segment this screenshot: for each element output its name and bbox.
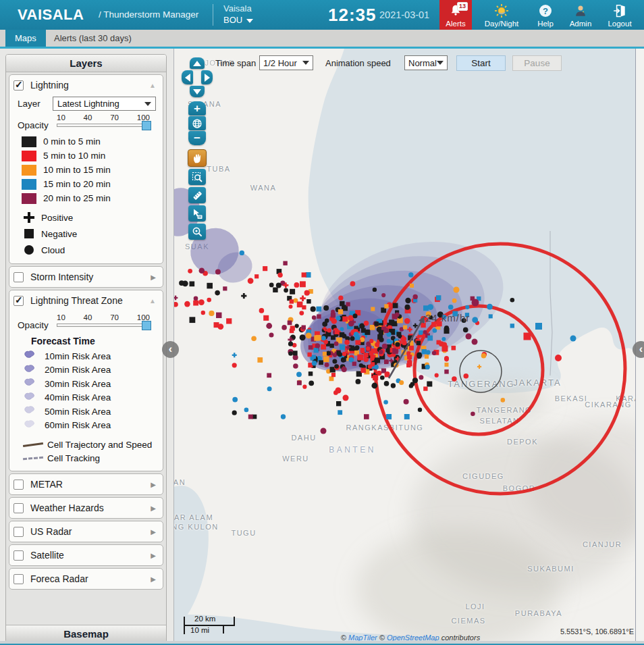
weather-hazards-checkbox[interactable]	[14, 503, 24, 513]
org-unit-dropdown[interactable]: BOU	[223, 15, 253, 25]
opacity-tick: 40	[84, 113, 92, 122]
start-button[interactable]: Start	[456, 55, 506, 71]
collapse-icon[interactable]: ▲	[149, 82, 156, 89]
storm-intensity-header[interactable]: Storm Intensity ▶	[14, 269, 159, 284]
animation-speed-select[interactable]: Normal	[404, 55, 448, 70]
pan-left-button[interactable]	[182, 70, 193, 84]
lightning-checkbox[interactable]	[14, 80, 24, 91]
layer-panel-header-metar[interactable]: METAR▶	[14, 477, 159, 492]
lightning-panel: Lightning ▲ Layer Latest Lightning Opaci…	[9, 74, 163, 264]
help-button[interactable]: ? Help	[526, 0, 565, 30]
basemap-panel-title[interactable]: Basemap	[6, 625, 166, 642]
scale-km-label: 20 km	[194, 615, 215, 623]
expand-icon[interactable]: ▶	[151, 552, 156, 559]
layer-panel-header-satellite[interactable]: Satellite▶	[14, 548, 159, 563]
logout-button[interactable]: Logout	[600, 0, 639, 30]
org-unit-value: BOU	[223, 15, 242, 25]
expand-icon[interactable]: ▶	[151, 575, 156, 583]
risk-area-blob-icon	[23, 392, 38, 404]
lightning-opacity-slider[interactable]: 104070100	[57, 113, 150, 130]
metar-checkbox[interactable]	[14, 480, 24, 490]
basemap	[174, 49, 635, 641]
lightning-panel-header[interactable]: Lightning ▲	[14, 78, 159, 93]
time-span-label: Time span	[215, 58, 256, 68]
openstreetmap-link[interactable]: OpenStreetMap	[387, 634, 439, 641]
world-view-button[interactable]	[188, 116, 206, 130]
zoom-out-button[interactable]: −	[188, 131, 206, 145]
expand-icon[interactable]: ▶	[151, 528, 156, 536]
map-scale-bar: 20 km 10 mi	[184, 615, 242, 636]
risk-area-item: 20min Risk Area	[23, 363, 159, 378]
chevron-down-icon	[246, 19, 253, 23]
tab-alerts[interactable]: Alerts (last 30 days)	[45, 30, 141, 47]
layer-panel-satellite: Satellite▶	[9, 544, 163, 566]
vaisala-logo: VAISALA	[18, 6, 84, 24]
chevron-down-icon	[302, 61, 309, 65]
storm-intensity-checkbox[interactable]	[14, 272, 24, 282]
measure-button[interactable]	[188, 187, 206, 203]
day-night-button[interactable]: Day/Night	[480, 0, 523, 30]
layer-select[interactable]: Latest Lightning	[53, 97, 156, 111]
threat-zone-checkbox[interactable]	[14, 296, 24, 306]
risk-area-label: 60min Risk Area	[45, 420, 111, 430]
pan-down-button[interactable]	[190, 86, 205, 97]
feature-info-button[interactable]	[188, 205, 206, 222]
risk-area-item: 50min Risk Area	[23, 405, 159, 419]
risk-area-item: 40min Risk Area	[23, 391, 159, 405]
map-canvas[interactable]: JOHARSIDANATUBAWANASUAKTANGERANGJAKARTAB…	[173, 49, 635, 641]
risk-area-label: 20min Risk Area	[45, 365, 111, 375]
alerts-count-badge: 13	[457, 2, 468, 11]
risk-area-item: 30min Risk Area	[23, 377, 159, 391]
foreca-radar-checkbox[interactable]	[14, 574, 24, 584]
layer-panel-header-foreca-radar[interactable]: Foreca Radar▶	[14, 571, 159, 586]
threat-zone-header[interactable]: Lightning Threat Zone ▲	[14, 293, 159, 308]
tab-maps[interactable]: Maps	[5, 30, 46, 47]
layer-panel-weather-hazards: Weather Hazards▶	[9, 497, 163, 519]
opacity-handle[interactable]	[142, 121, 151, 130]
square-symbol-icon	[23, 228, 34, 240]
layers-panel-title: Layers	[6, 55, 166, 72]
pan-tool-button[interactable]	[188, 149, 207, 167]
pan-up-button[interactable]	[190, 57, 205, 69]
pan-right-button[interactable]	[201, 70, 213, 84]
pause-button[interactable]: Pause	[512, 55, 562, 71]
satellite-checkbox[interactable]	[14, 550, 24, 561]
arrow-up-icon	[193, 61, 201, 66]
layer-panel-header-us-radar[interactable]: US Radar▶	[14, 524, 159, 539]
zoom-area-button[interactable]	[188, 169, 206, 185]
admin-button[interactable]: Admin	[561, 0, 600, 30]
risk-area-blob-icon	[23, 378, 38, 390]
risk-area-label: 50min Risk Area	[45, 407, 111, 417]
collapse-icon[interactable]: ▲	[149, 297, 156, 305]
locate-button[interactable]	[188, 224, 206, 240]
threat-opacity-slider[interactable]: 104070100	[57, 313, 150, 330]
symbol-item: Cloud	[23, 242, 159, 258]
risk-area-blob-icon	[23, 419, 38, 432]
maptiler-link[interactable]: MapTiler	[348, 634, 377, 641]
sidebar-collapse-handle[interactable]: ‹	[162, 341, 179, 358]
opacity-handle[interactable]	[142, 321, 151, 330]
select-info-icon	[192, 208, 203, 220]
app-header: VAISALA / Thunderstorm Manager Vaisala B…	[0, 0, 644, 30]
time-span-select[interactable]: 1/2 Hour	[259, 55, 313, 70]
expand-icon[interactable]: ▶	[151, 481, 156, 488]
zoom-in-button[interactable]: +	[188, 101, 206, 115]
risk-area-label: 40min Risk Area	[45, 392, 111, 403]
product-name: / Thunderstorm Manager	[99, 9, 198, 20]
ruler-icon	[192, 190, 203, 201]
alerts-button[interactable]: 13 Alerts	[439, 0, 472, 30]
risk-area-label: 30min Risk Area	[45, 379, 111, 389]
expand-icon[interactable]: ▶	[151, 274, 156, 281]
opacity-tick: 70	[110, 113, 119, 122]
opacity-track[interactable]	[57, 124, 150, 127]
opacity-track[interactable]	[57, 324, 150, 327]
symbol-item: Negative	[23, 226, 159, 242]
cell-tracking-label: Cell Tracking	[47, 453, 100, 463]
arrow-down-icon	[193, 89, 201, 95]
storm-intensity-panel: Storm Intensity ▶	[9, 266, 163, 288]
legend-swatch	[22, 136, 36, 147]
satellite-label: Satellite	[30, 550, 64, 561]
expand-icon[interactable]: ▶	[151, 505, 156, 512]
us-radar-checkbox[interactable]	[14, 527, 24, 537]
layer-panel-header-weather-hazards[interactable]: Weather Hazards▶	[14, 500, 159, 515]
